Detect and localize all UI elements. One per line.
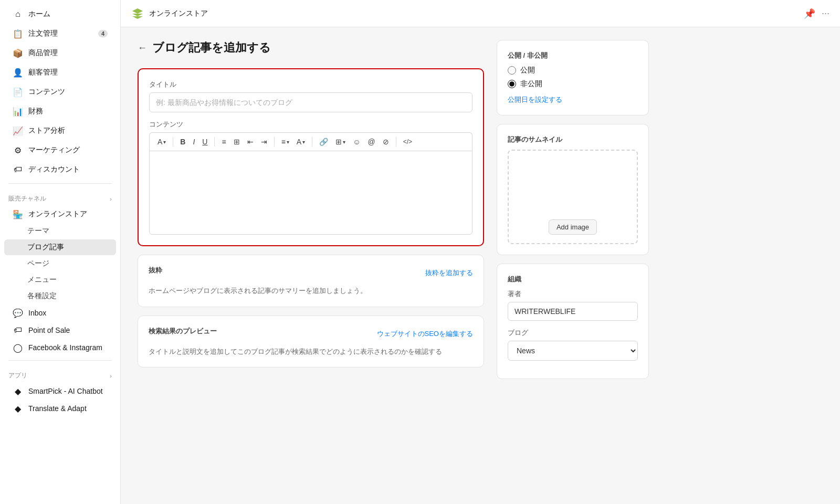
indent-dec-btn[interactable]: ⇤	[245, 136, 256, 148]
sidebar-item-label: オンラインストア	[28, 209, 87, 219]
add-image-button[interactable]: Add image	[549, 219, 597, 235]
sidebar-sub-item-menu[interactable]: メニュー	[4, 272, 116, 288]
settings-label: 各種設定	[27, 291, 57, 301]
page-title: ブログ記事を追加する	[152, 40, 271, 56]
sidebar-sub-item-blog[interactable]: ブログ記事	[4, 239, 116, 255]
bold-btn[interactable]: B	[177, 136, 188, 148]
seo-card: 検索結果のプレビュー ウェブサイトのSEOを編集する タイトルと説明文を追加して…	[138, 316, 484, 368]
sidebar-item-smartpick[interactable]: ◆ SmartPick - AI Chatbot	[4, 383, 116, 400]
apps-label: アプリ	[8, 371, 27, 380]
excerpt-add-link[interactable]: 抜粋を追加する	[425, 268, 473, 278]
sep4	[312, 137, 312, 146]
sidebar-nav: ⌂ ホーム 📋 注文管理 4 📦 商品管理 👤 顧客管理 📄 コンテンツ 📊 財…	[0, 0, 120, 422]
author-input[interactable]	[508, 302, 638, 321]
content-sidebar: 公開 / 非公開 公開 非公開 公開日を設定する 記事のサムネイル	[497, 40, 649, 491]
sidebar-item-finance[interactable]: 📊 財務	[4, 102, 116, 121]
emoji-btn[interactable]: ☺	[350, 136, 363, 148]
underline-btn[interactable]: U	[200, 136, 210, 148]
organization-card: 組織 著者 ブログ News	[497, 264, 649, 379]
private-radio[interactable]	[508, 80, 516, 88]
topbar-title: オンラインストア	[149, 9, 208, 18]
chevron-right-icon2: ›	[110, 373, 112, 379]
sidebar-item-online-store[interactable]: 🏪 オンラインストア	[4, 206, 116, 223]
sep5	[396, 137, 396, 146]
pin-icon[interactable]: 📌	[804, 8, 815, 19]
author-field: 著者	[508, 289, 638, 321]
publish-option-public[interactable]: 公開	[508, 66, 638, 75]
public-label: 公開	[520, 66, 535, 75]
sep3	[274, 137, 275, 146]
sidebar-item-products[interactable]: 📦 商品管理	[4, 44, 116, 62]
sidebar-item-analytics[interactable]: 📈 ストア分析	[4, 121, 116, 140]
sidebar-sub-item-themes[interactable]: テーマ	[4, 223, 116, 239]
sidebar-item-discount[interactable]: 🏷 ディスカウント	[4, 160, 116, 179]
sidebar-item-label: 財務	[28, 107, 43, 116]
sidebar-item-label: ホーム	[28, 9, 50, 19]
list-ul-btn[interactable]: ≡	[219, 136, 228, 148]
blog-label: ブログ	[508, 328, 638, 338]
publish-options: 公開 非公開	[508, 66, 638, 89]
sidebar-item-label: マーケティング	[28, 145, 80, 155]
sidebar-item-marketing[interactable]: ⚙ マーケティング	[4, 141, 116, 160]
seo-edit-link[interactable]: ウェブサイトのSEOを編集する	[377, 329, 473, 339]
excerpt-desc: ホームページやブログに表示される記事のサマリーを追加しましょう。	[149, 286, 473, 296]
topbar-actions: 📌 ···	[804, 8, 830, 19]
sidebar-sub-item-pages[interactable]: ページ	[4, 256, 116, 271]
publish-title: 公開 / 非公開	[508, 51, 638, 60]
code-btn[interactable]: </>	[401, 136, 415, 147]
clear-btn[interactable]: ⊘	[380, 136, 392, 148]
blog-select[interactable]: News	[508, 341, 638, 361]
editor-toolbar: A ▾ B I U ≡ ⊞ ⇤ ⇥ ≡ ▾ A ▾ 🔗 ⊞ ▾ ☺	[149, 132, 472, 151]
thumbnail-box: Add image	[508, 150, 638, 244]
color-btn[interactable]: A ▾	[294, 136, 308, 148]
list-ol-btn[interactable]: ⊞	[231, 136, 243, 148]
main-wrapper: オンラインストア 📌 ··· ← ブログ記事を追加する タイトル コンテンツ A…	[121, 0, 840, 504]
apps-header: アプリ ›	[0, 365, 120, 382]
italic-btn[interactable]: I	[190, 136, 197, 148]
sidebar-item-pos[interactable]: 🏷 Point of Sale	[4, 322, 116, 339]
home-icon: ⌂	[13, 9, 23, 19]
content-label: コンテンツ	[149, 120, 472, 129]
sidebar-item-home[interactable]: ⌂ ホーム	[4, 5, 116, 24]
sidebar-item-label: 商品管理	[28, 48, 58, 58]
private-label: 非公開	[520, 79, 542, 89]
excerpt-card: 抜粋 抜粋を追加する ホームページやブログに表示される記事のサマリーを追加しまし…	[138, 255, 484, 307]
link-btn[interactable]: 🔗	[317, 136, 331, 148]
chevron-right-icon: ›	[110, 196, 112, 202]
editor-body[interactable]	[149, 151, 472, 235]
indent-inc-btn[interactable]: ⇥	[258, 136, 270, 148]
facebook-icon: ◯	[13, 342, 23, 353]
inbox-label: Inbox	[28, 309, 46, 317]
align-btn[interactable]: ≡ ▾	[279, 136, 292, 148]
sidebar-item-contents[interactable]: 📄 コンテンツ	[4, 82, 116, 101]
sidebar-item-orders[interactable]: 📋 注文管理 4	[4, 24, 116, 43]
sidebar-sub-item-settings[interactable]: 各種設定	[4, 288, 116, 304]
sidebar-item-label: 顧客管理	[28, 68, 58, 77]
table-btn[interactable]: ⊞ ▾	[333, 136, 348, 148]
online-store-icon: 🏪	[13, 209, 23, 219]
discount-icon: 🏷	[13, 164, 23, 175]
back-button[interactable]: ←	[138, 43, 147, 54]
analytics-icon: 📈	[13, 125, 23, 136]
sidebar-item-inbox[interactable]: 💬 Inbox	[4, 304, 116, 321]
content-main: ← ブログ記事を追加する タイトル コンテンツ A ▾ B I U ≡ ⊞ ⇤	[138, 40, 484, 491]
marketing-icon: ⚙	[13, 145, 23, 155]
font-btn[interactable]: A ▾	[155, 136, 169, 148]
smartpick-icon: ◆	[13, 386, 23, 396]
title-label: タイトル	[149, 80, 472, 89]
products-icon: 📦	[13, 48, 23, 58]
page-title-row: ← ブログ記事を追加する	[138, 40, 484, 56]
finance-icon: 📊	[13, 106, 23, 117]
publish-option-private[interactable]: 非公開	[508, 79, 638, 89]
sidebar: ⌂ ホーム 📋 注文管理 4 📦 商品管理 👤 顧客管理 📄 コンテンツ 📊 財…	[0, 0, 121, 504]
public-radio[interactable]	[508, 66, 516, 75]
sidebar-item-customers[interactable]: 👤 顧客管理	[4, 63, 116, 82]
sidebar-item-facebook[interactable]: ◯ Facebook & Instagram	[4, 339, 116, 356]
at-btn[interactable]: @	[365, 136, 377, 148]
sidebar-item-label: ディスカウント	[28, 165, 80, 174]
more-icon[interactable]: ···	[822, 8, 830, 19]
sidebar-item-translate[interactable]: ◆ Translate & Adapt	[4, 400, 116, 417]
schedule-link[interactable]: 公開日を設定する	[508, 95, 638, 104]
seo-desc: タイトルと説明文を追加してこのブログ記事が検索結果でどのように表示されるのかを確…	[149, 346, 473, 357]
title-input[interactable]	[149, 92, 472, 112]
